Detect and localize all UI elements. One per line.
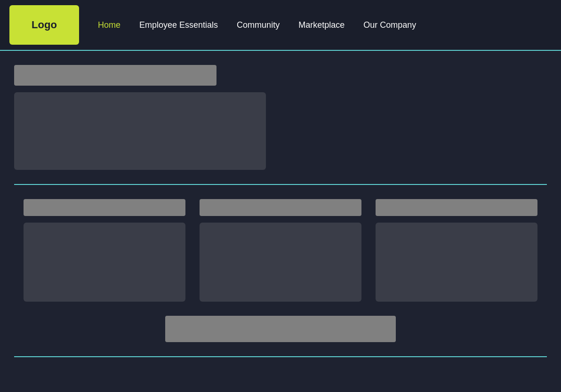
nav-item-marketplace[interactable]: Marketplace [298, 20, 345, 30]
card-1-content [24, 223, 185, 302]
bottom-button[interactable] [165, 316, 396, 342]
logo[interactable]: Logo [9, 5, 79, 45]
nav-item-our-company[interactable]: Our Company [363, 20, 416, 30]
card-2 [200, 199, 361, 302]
card-3 [376, 199, 537, 302]
header: Logo Home Employee Essentials Community … [0, 0, 561, 51]
hero-content-placeholder [14, 92, 266, 170]
card-1 [24, 199, 185, 302]
logo-text: Logo [32, 19, 57, 31]
hero-section [14, 65, 547, 170]
nav-item-employee-essentials[interactable]: Employee Essentials [139, 20, 218, 30]
main-nav: Home Employee Essentials Community Marke… [98, 20, 416, 30]
nav-item-community[interactable]: Community [237, 20, 280, 30]
card-2-content [200, 223, 361, 302]
card-1-title [24, 199, 185, 216]
main-content [0, 51, 561, 357]
card-3-content [376, 223, 537, 302]
cards-section [14, 199, 547, 302]
hero-title-placeholder [14, 65, 216, 86]
cards-grid [24, 199, 537, 302]
bottom-button-area [14, 316, 547, 342]
bottom-divider [14, 356, 547, 357]
card-3-title [376, 199, 537, 216]
section-divider [14, 184, 547, 185]
card-2-title [200, 199, 361, 216]
nav-item-home[interactable]: Home [98, 20, 120, 30]
